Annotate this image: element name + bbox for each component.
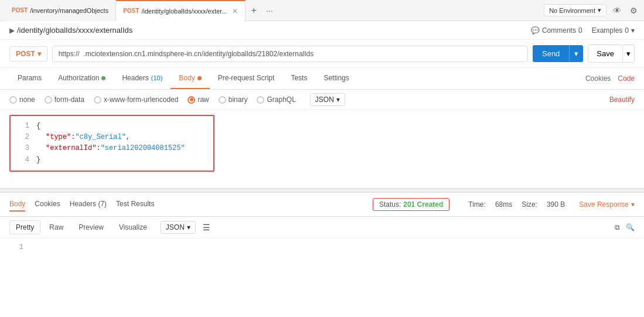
response-tab-headers[interactable]: Headers (7)	[70, 197, 107, 212]
json-line-1: 1 {	[11, 121, 213, 132]
response-tab-cookies[interactable]: Cookies	[35, 197, 60, 212]
env-area: No Environment ▾ 👁 ⚙	[544, 4, 639, 16]
tab-close-button[interactable]: ✕	[232, 7, 238, 15]
request-title: /identity/globalIds/xxxx/externalIds	[17, 26, 132, 35]
comments-label: Comments	[542, 26, 576, 35]
save-response-button[interactable]: Save Response ▾	[579, 200, 635, 209]
tab-pre-request[interactable]: Pre-request Script	[210, 68, 283, 89]
format-raw-button[interactable]: Raw	[43, 220, 70, 234]
tab-method-1: POST	[12, 7, 28, 13]
examples-count: 0	[625, 26, 629, 35]
cookies-link[interactable]: Cookies	[585, 74, 611, 83]
option-form-data[interactable]: form-data	[45, 96, 84, 104]
save-group: Save ▾	[588, 45, 635, 63]
tab-inventory[interactable]: POST /inventory/managedObjects	[5, 0, 116, 21]
option-none-label: none	[19, 96, 35, 104]
method-label: POST	[16, 50, 35, 58]
response-bar: Body Cookies Headers (7) Test Results St…	[0, 193, 644, 217]
line-num-4: 4	[15, 155, 29, 166]
tab-identity[interactable]: POST /identity/globalIds/xxxx/exter... ✕	[116, 0, 245, 21]
tab-tests-label: Tests	[291, 74, 307, 82]
radio-binary	[219, 96, 226, 104]
line-num-1: 1	[15, 121, 29, 132]
environment-select[interactable]: No Environment ▾	[544, 4, 606, 16]
breadcrumb-arrow-icon: ▶	[9, 26, 15, 35]
beautify-button[interactable]: Beautify	[609, 96, 635, 104]
response-headers-count: (7)	[98, 200, 107, 208]
code-link[interactable]: Code	[618, 74, 635, 83]
examples-label: Examples	[592, 26, 623, 35]
tab-label-1: /inventory/managedObjects	[30, 7, 108, 14]
save-button[interactable]: Save	[588, 45, 623, 63]
eye-icon[interactable]: 👁	[611, 5, 623, 16]
size-label: Size:	[522, 200, 537, 209]
body-format-select[interactable]: JSON ▾	[310, 93, 345, 106]
format-visualize-button[interactable]: Visualize	[113, 220, 154, 234]
response-tab-test-results[interactable]: Test Results	[116, 197, 154, 212]
option-none[interactable]: none	[9, 96, 35, 104]
title-actions: 💬 Comments 0 Examples 0 ▾	[531, 26, 635, 35]
gear-icon[interactable]: ⚙	[628, 5, 639, 16]
json-open-brace: {	[36, 121, 40, 132]
tabs-bar: POST /inventory/managedObjects POST /ide…	[0, 0, 644, 21]
format-preview-button[interactable]: Preview	[72, 220, 110, 234]
send-button[interactable]: Send	[533, 45, 569, 62]
method-select[interactable]: POST ▾	[9, 46, 47, 62]
tab-authorization[interactable]: Authorization	[50, 68, 114, 89]
url-bar: POST ▾ Send ▾ Save ▾	[0, 40, 644, 68]
examples-button[interactable]: Examples 0 ▾	[592, 26, 635, 35]
option-graphql-label: GraphQL	[267, 96, 295, 104]
tab-params-label: Params	[18, 74, 42, 82]
tab-more-button[interactable]: ···	[263, 6, 277, 15]
time-value: 68ms	[495, 200, 512, 209]
request-tabs-nav: Params Authorization Headers (10) Body P…	[0, 68, 644, 90]
json-key-type: "type"	[46, 132, 71, 143]
option-graphql[interactable]: GraphQL	[257, 96, 295, 104]
tab-params[interactable]: Params	[9, 68, 50, 89]
comments-button[interactable]: 💬 Comments 0	[531, 26, 582, 35]
tab-headers-label: Headers	[122, 74, 148, 82]
json-line-3: 3 "externalId" : "serial202004081525"	[11, 143, 213, 154]
copy-icon[interactable]: ⧉	[615, 223, 620, 231]
body-format-label: JSON	[315, 96, 334, 104]
tab-body[interactable]: Body	[171, 68, 209, 89]
save-response-dropdown-icon: ▾	[631, 200, 635, 209]
json-close-brace: }	[36, 155, 40, 166]
save-response-label: Save Response	[579, 200, 629, 209]
response-tab-body[interactable]: Body	[9, 197, 25, 212]
radio-graphql	[257, 96, 264, 104]
tab-settings[interactable]: Settings	[315, 68, 357, 89]
json-editor[interactable]: 1 { 2 "type" : "c8y_Serial" , 3 "externa…	[9, 115, 214, 172]
radio-url-encoded	[94, 96, 101, 104]
nav-right-actions: Cookies Code	[585, 74, 635, 83]
response-format-select[interactable]: JSON ▾	[161, 221, 196, 234]
search-icon[interactable]: 🔍	[626, 223, 635, 231]
radio-raw	[188, 96, 195, 104]
response-body: 1	[0, 238, 644, 274]
option-url-encoded[interactable]: x-www-form-urlencoded	[94, 96, 178, 104]
json-editor-area: 1 { 2 "type" : "c8y_Serial" , 3 "externa…	[0, 115, 644, 188]
status-box: Status: 201 Created	[373, 198, 449, 211]
json-value-type: "c8y_Serial"	[75, 132, 125, 143]
url-input[interactable]	[52, 46, 528, 62]
option-raw[interactable]: raw	[188, 96, 209, 104]
tab-tests[interactable]: Tests	[282, 68, 315, 89]
tab-add-button[interactable]: +	[246, 5, 263, 16]
json-key-externalid: "externalId"	[46, 143, 96, 154]
save-dropdown-button[interactable]: ▾	[623, 45, 635, 63]
response-divider	[0, 188, 644, 193]
option-binary[interactable]: binary	[219, 96, 248, 104]
send-dropdown-button[interactable]: ▾	[569, 45, 583, 62]
response-tab-body-label: Body	[9, 200, 25, 208]
json-value-externalid: "serial202004081525"	[101, 143, 185, 154]
response-line-num: 1	[9, 243, 23, 269]
option-raw-label: raw	[197, 96, 209, 104]
radio-none	[9, 96, 17, 104]
json-colon-1: :	[71, 132, 75, 143]
tab-method-2: POST	[123, 8, 139, 14]
env-dropdown-icon: ▾	[598, 6, 601, 14]
tab-headers[interactable]: Headers (10)	[114, 68, 171, 89]
format-pretty-button[interactable]: Pretty	[9, 220, 40, 234]
authorization-dot	[101, 76, 105, 80]
wrap-button[interactable]: ☰	[203, 223, 210, 232]
